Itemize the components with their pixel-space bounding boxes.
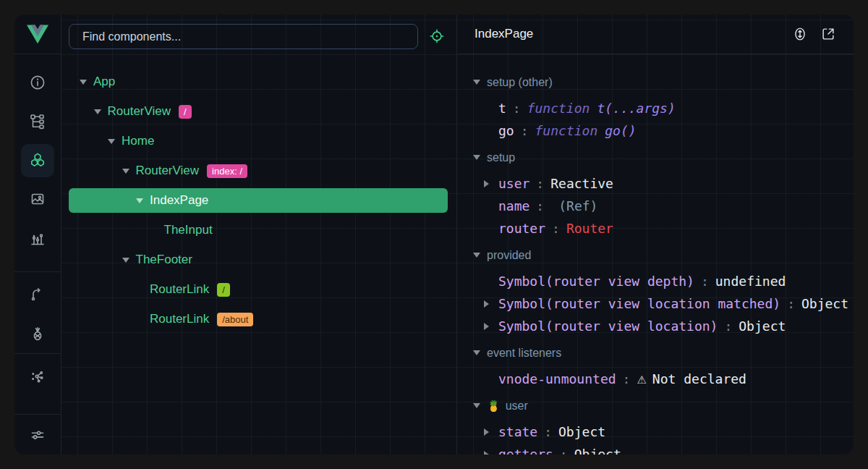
chevron-right-icon[interactable] <box>484 300 498 308</box>
inspector-section-user: 🍍userstate:Objectgetters:Object <box>457 394 854 455</box>
state-key: t <box>498 101 506 116</box>
chevron-right-icon[interactable] <box>484 451 498 455</box>
component-name: RouterView <box>136 164 200 178</box>
state-entry-router: router:Router <box>457 217 854 240</box>
section-header[interactable]: 🍍user <box>457 394 854 417</box>
component-tree: AppRouterView/HomeRouterViewindex: /Inde… <box>61 69 456 337</box>
route-badge: /about <box>217 313 253 326</box>
key-value-separator: : <box>787 296 795 311</box>
scroll-to-component-icon[interactable] <box>792 26 808 42</box>
key-value-separator: : <box>701 274 709 289</box>
vue-logo <box>14 14 61 54</box>
rail-group-router <box>14 271 61 353</box>
state-value: functiongo() <box>535 123 637 138</box>
tree-item-home[interactable]: Home <box>69 129 448 153</box>
tree-item-app[interactable]: App <box>69 69 448 94</box>
state-value: ⚠Not declared <box>637 371 746 386</box>
component-name: RouterView <box>108 104 171 119</box>
key-value-separator: : <box>560 447 568 455</box>
chevron-down-icon[interactable] <box>136 198 150 203</box>
tree-item-routerview[interactable]: RouterViewindex: / <box>69 159 448 183</box>
warning-icon: ⚠ <box>637 373 646 386</box>
state-value: Object <box>558 424 605 439</box>
chevron-down-icon[interactable] <box>80 80 93 85</box>
state-entry-getters[interactable]: getters:Object <box>457 443 854 455</box>
pinia-icon[interactable] <box>14 314 61 353</box>
state-key: vnode-unmounted <box>498 371 616 386</box>
inspector-sections: setup (other)t:functiont(...args)go:func… <box>457 54 854 455</box>
state-entry-name: name:(Ref) <box>457 195 854 217</box>
key-value-separator: : <box>513 101 521 116</box>
component-name: TheInput <box>164 223 213 237</box>
state-key: Symbol(router view location matched) <box>498 296 780 311</box>
state-entry-state[interactable]: state:Object <box>457 421 854 443</box>
state-entry-user[interactable]: user:Reactive <box>457 172 854 195</box>
inspector-panel: IndexPage setup (other)t:functio <box>457 14 854 455</box>
route-badge: index: / <box>207 164 247 178</box>
settings-icon[interactable] <box>14 415 61 455</box>
inspector-section-event-listeners: event listenersvnode-unmounted:⚠Not decl… <box>457 342 854 390</box>
inspect-component-icon[interactable] <box>429 28 445 44</box>
state-key: user <box>498 176 529 191</box>
tree-item-routerlink[interactable]: RouterLink/about <box>69 307 448 331</box>
chevron-right-icon[interactable] <box>484 323 498 330</box>
state-value: (Ref) <box>558 198 597 214</box>
key-value-separator: : <box>724 318 732 334</box>
state-key: name <box>498 198 529 214</box>
chevron-down-icon[interactable] <box>122 258 136 263</box>
search-input[interactable] <box>69 24 418 49</box>
section-header[interactable]: provided <box>457 244 854 266</box>
component-name: TheFooter <box>136 253 192 267</box>
state-key: router <box>498 221 545 236</box>
timeline-icon[interactable] <box>14 219 61 258</box>
chevron-right-icon[interactable] <box>484 180 498 187</box>
component-name: RouterLink <box>150 312 209 326</box>
section-header[interactable]: setup (other) <box>457 71 854 93</box>
state-key: Symbol(router view location) <box>498 318 718 334</box>
tree-item-thefooter[interactable]: TheFooter <box>69 248 448 272</box>
open-in-editor-icon[interactable] <box>820 26 836 42</box>
state-entry-t: t:functiont(...args) <box>457 97 854 119</box>
chevron-down-icon[interactable] <box>122 169 136 174</box>
graph-icon[interactable] <box>14 357 61 396</box>
inspector-section-setup-other: setup (other)t:functiont(...args)go:func… <box>457 71 854 142</box>
state-value: Object <box>801 296 848 311</box>
tree-item-indexpage[interactable]: IndexPage <box>69 188 448 213</box>
tree-item-theinput[interactable]: TheInput <box>69 218 448 242</box>
tree-item-routerview[interactable]: RouterView/ <box>69 99 448 124</box>
state-entry-symbol-router-view-depth: Symbol(router view depth):undefined <box>457 270 854 292</box>
components-tree-icon[interactable] <box>14 102 61 141</box>
key-value-separator: : <box>623 371 631 386</box>
inspector-section-provided: providedSymbol(router view depth):undefi… <box>457 244 854 337</box>
rail-group-settings <box>14 414 61 455</box>
route-badge: / <box>179 105 192 119</box>
components-icon[interactable] <box>14 141 61 180</box>
section-header[interactable]: setup <box>457 146 854 169</box>
route-badge: / <box>217 283 230 297</box>
tree-item-routerlink[interactable]: RouterLink/ <box>69 277 448 302</box>
state-key: go <box>498 123 514 138</box>
component-name: App <box>93 75 115 89</box>
state-entry-symbol-router-view-location[interactable]: Symbol(router view location):Object <box>457 315 854 337</box>
key-value-separator: : <box>552 221 560 236</box>
component-name: RouterLink <box>150 282 209 297</box>
state-value: Reactive <box>550 176 613 191</box>
icon-rail <box>14 14 61 455</box>
vue-devtools-window: AppRouterView/HomeRouterViewindex: /Inde… <box>14 14 854 455</box>
state-value: undefined <box>715 274 786 289</box>
inspector-section-setup: setupuser:Reactivename:(Ref)router:Route… <box>457 146 854 240</box>
overview-icon[interactable] <box>14 63 61 102</box>
state-entry-symbol-router-view-location-matched[interactable]: Symbol(router view location matched):Obj… <box>457 292 854 315</box>
chevron-down-icon[interactable] <box>94 109 108 114</box>
state-value: Router <box>566 221 613 236</box>
chevron-right-icon[interactable] <box>484 428 498 436</box>
section-header[interactable]: event listeners <box>457 342 854 364</box>
key-value-separator: : <box>544 424 552 439</box>
assets-icon[interactable] <box>14 180 61 219</box>
component-name: IndexPage <box>150 193 208 208</box>
inspector-header: IndexPage <box>457 14 854 54</box>
router-icon[interactable] <box>14 275 61 314</box>
state-value: Object <box>739 318 786 334</box>
chevron-down-icon[interactable] <box>108 139 122 144</box>
state-key: getters <box>498 447 553 455</box>
